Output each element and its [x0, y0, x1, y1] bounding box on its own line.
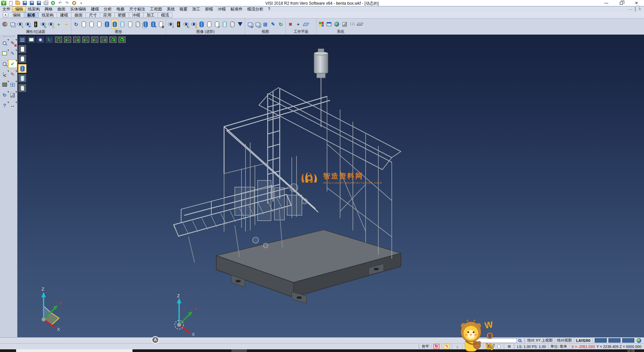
filter-traffic-button[interactable]: [32, 20, 39, 29]
tab-mould[interactable]: 塑膜: [115, 12, 129, 18]
layer-style-3-button[interactable]: [96, 20, 103, 29]
view-fit-button[interactable]: [27, 36, 36, 43]
menu-standard-parts[interactable]: 标准件: [228, 7, 245, 12]
draw-curve-button[interactable]: ✎: [9, 71, 17, 78]
tab-edit[interactable]: 编辑: [10, 12, 24, 18]
preview-button[interactable]: [50, 1, 56, 5]
system-cube-button[interactable]: [341, 20, 348, 29]
fit-view-button[interactable]: [1, 50, 9, 57]
layer-style-1-button[interactable]: [80, 20, 87, 29]
system-colors-button[interactable]: [318, 20, 325, 29]
view-rotate-button[interactable]: ↻: [277, 20, 284, 29]
magic-wand-button[interactable]: ✎: [444, 344, 450, 349]
toolbar-grip[interactable]: [3, 36, 15, 37]
adv-plusminus-button[interactable]: ±: [191, 20, 197, 29]
system-globe-button[interactable]: [333, 20, 340, 29]
tab-modeling[interactable]: 建模: [57, 12, 71, 18]
layer-refresh-button[interactable]: ↻: [73, 20, 79, 29]
menu-modeling[interactable]: 建模: [89, 7, 101, 12]
filter-add-button[interactable]: +: [55, 20, 62, 29]
attribute-books-button[interactable]: [1, 81, 9, 88]
adv-filter-funnel-button[interactable]: [237, 20, 244, 29]
tab-application[interactable]: 应用: [100, 12, 115, 18]
filter-plusminus-button[interactable]: ±: [48, 20, 54, 29]
menu-progress[interactable]: 冲模: [215, 7, 228, 12]
system-window-button[interactable]: [326, 20, 332, 29]
view-bottom-button[interactable]: [63, 36, 72, 43]
menu-dimension[interactable]: 尺寸标注: [127, 7, 148, 12]
regenerate-button[interactable]: ↻: [1, 91, 9, 99]
view-left-button[interactable]: [91, 36, 99, 43]
layer-color-swatch[interactable]: [595, 338, 607, 343]
snap-disable-button[interactable]: ↻: [433, 344, 439, 349]
menu-electrode[interactable]: 电极: [114, 7, 127, 12]
view-back-button[interactable]: [82, 36, 90, 43]
print-button[interactable]: [43, 1, 49, 5]
qat-dropdown-button[interactable]: ▼: [78, 1, 84, 5]
measure-distance-button[interactable]: ↔: [9, 102, 17, 109]
view-axis-button[interactable]: [45, 36, 54, 43]
menu-machining[interactable]: 加工: [190, 7, 203, 12]
attribute-palette-button[interactable]: [1, 20, 8, 29]
adv-layer-cyan-button[interactable]: [221, 20, 228, 29]
menu-solid-edit[interactable]: 实体编辑: [68, 7, 89, 12]
layer-tools-button[interactable]: ✖: [158, 20, 164, 29]
solid-cube-button[interactable]: [9, 91, 17, 99]
menu-system[interactable]: 系统: [164, 7, 177, 12]
zoom-search-button[interactable]: [1, 39, 9, 47]
adv-refresh-button[interactable]: ↻: [183, 20, 190, 29]
tabbar-dropdown-button[interactable]: ▼: [3, 12, 8, 17]
view-right-button[interactable]: [100, 36, 108, 43]
view-zoom-button[interactable]: [36, 36, 45, 43]
close-button[interactable]: ✕: [629, 0, 644, 6]
system-slab-button[interactable]: [357, 20, 363, 29]
layer-style-6-button[interactable]: [119, 20, 126, 29]
menu-mesh[interactable]: 网格: [42, 7, 55, 12]
confirm-button-selected[interactable]: ✔: [9, 60, 17, 68]
strip-layer-1-button[interactable]: [18, 45, 26, 53]
view-iso-se-button[interactable]: [109, 36, 117, 43]
view-orientation-label[interactable]: 绝对 XY 上视图: [527, 338, 553, 343]
view-new-window-button[interactable]: ✔: [254, 20, 261, 29]
view-sketch-button[interactable]: ✎: [270, 20, 276, 29]
layer-move-button[interactable]: ↷: [150, 20, 157, 29]
view-top-button[interactable]: [54, 36, 63, 43]
view-isometric-button[interactable]: [118, 36, 126, 43]
menu-flow-analysis[interactable]: 模流分析: [245, 7, 266, 12]
move-origin-button[interactable]: [1, 71, 9, 78]
menu-edit[interactable]: 编辑: [13, 7, 25, 12]
minimize-button[interactable]: —: [599, 0, 614, 6]
mdi-restore-button[interactable]: [635, 7, 636, 11]
menu-drafting[interactable]: 工程图: [148, 7, 164, 12]
filter-show-add-button[interactable]: +: [17, 20, 23, 29]
save-button[interactable]: [22, 1, 28, 5]
tab-machining[interactable]: 加工: [144, 12, 158, 18]
adv-traffic-button[interactable]: [175, 20, 182, 29]
adv-layer-clip-button[interactable]: [229, 20, 236, 29]
layer-copy-button[interactable]: [142, 20, 149, 29]
menu-window[interactable]: 视窗: [177, 7, 190, 12]
layer-style-7-button[interactable]: [127, 20, 133, 29]
layer-style-2-button[interactable]: [88, 20, 95, 29]
zoom-extents-button[interactable]: ±: [1, 60, 9, 68]
redo-button[interactable]: ↷: [64, 1, 70, 5]
menu-analysis[interactable]: 分析: [101, 7, 114, 12]
layer-color-swatch[interactable]: [608, 338, 621, 343]
tile-windows-button[interactable]: ⊞: [506, 344, 512, 349]
mdi-minimize-button[interactable]: —: [629, 7, 632, 11]
active-layer-label[interactable]: LAYER0: [576, 339, 590, 343]
filter-remove-button[interactable]: −: [63, 20, 70, 29]
menu-file[interactable]: 文件: [0, 7, 13, 12]
status-search-icon[interactable]: [518, 339, 521, 342]
erase-sketch-button[interactable]: ✎✖: [9, 39, 17, 47]
view-front-button[interactable]: [72, 36, 81, 43]
new-file-button[interactable]: [8, 1, 13, 5]
sketch-curve-button[interactable]: ✎: [9, 50, 17, 57]
absolute-view-label[interactable]: 绝对视图: [557, 338, 572, 343]
layer-color-swatch[interactable]: [622, 338, 634, 343]
menu-wireframe[interactable]: 线架构: [25, 7, 42, 12]
tab-standard[interactable]: 标准: [24, 12, 39, 18]
layer-style-8-button[interactable]: [135, 20, 141, 29]
taskbar-window-fragment[interactable]: [16, 349, 132, 352]
history-button[interactable]: [71, 1, 77, 5]
